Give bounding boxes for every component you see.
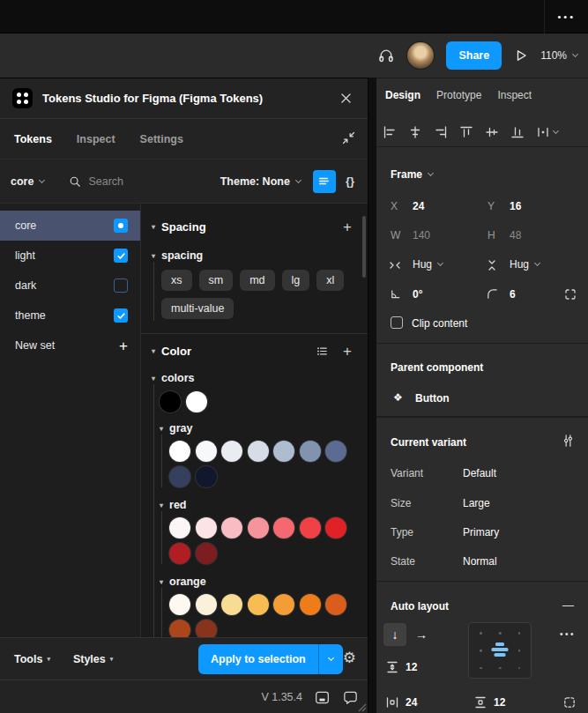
variant-prop-value-dropdown[interactable]: Primary bbox=[463, 526, 499, 538]
color-swatch-token[interactable] bbox=[169, 466, 190, 487]
scrollbar-thumb[interactable] bbox=[362, 216, 366, 278]
variant-prop-value-dropdown[interactable]: Large bbox=[463, 497, 490, 509]
token-chip[interactable]: lg bbox=[282, 270, 310, 291]
set-enabled-checkbox[interactable] bbox=[114, 249, 128, 263]
color-swatch-token[interactable] bbox=[169, 594, 190, 615]
color-swatch-token[interactable] bbox=[273, 517, 294, 538]
color-swatch-token[interactable] bbox=[273, 441, 294, 462]
layout-direction-right-button[interactable]: → bbox=[410, 623, 433, 646]
styles-menu-button[interactable]: Styles ▾ bbox=[73, 653, 113, 665]
set-disabled-checkbox[interactable] bbox=[114, 279, 128, 293]
layout-direction-down-button[interactable]: ↓ bbox=[383, 623, 406, 646]
apply-to-selection-button[interactable]: Apply to selection bbox=[198, 644, 318, 674]
color-swatch-token[interactable] bbox=[186, 391, 207, 412]
x-position-input[interactable]: 24 bbox=[413, 200, 424, 212]
color-swatch-token[interactable] bbox=[160, 391, 181, 412]
set-enabled-checkbox[interactable] bbox=[114, 308, 128, 323]
independent-corners-icon[interactable] bbox=[563, 287, 577, 301]
color-swatch-token[interactable] bbox=[221, 594, 242, 615]
align-bottom-icon[interactable] bbox=[510, 125, 525, 139]
gray-group-toggle[interactable]: ▾ gray bbox=[160, 422, 368, 434]
token-chip[interactable]: md bbox=[240, 270, 274, 291]
color-swatch-token[interactable] bbox=[300, 441, 321, 462]
tab-prototype[interactable]: Prototype bbox=[436, 89, 481, 101]
tab-inspect[interactable]: Inspect bbox=[497, 89, 532, 101]
color-section-toggle[interactable]: ▾ Color bbox=[152, 345, 316, 358]
token-chip[interactable]: sm bbox=[199, 270, 234, 291]
vertical-padding-input[interactable]: 12 bbox=[494, 696, 505, 709]
align-right-icon[interactable] bbox=[434, 125, 448, 139]
color-swatch-token[interactable] bbox=[325, 594, 346, 615]
close-icon[interactable] bbox=[336, 89, 355, 108]
red-group-toggle[interactable]: ▾ red bbox=[160, 499, 368, 511]
variant-prop-value-dropdown[interactable]: Default bbox=[463, 467, 496, 479]
orange-group-toggle[interactable]: ▾ orange bbox=[160, 576, 368, 588]
variant-sliders-icon[interactable] bbox=[562, 434, 575, 448]
resize-corner-handle[interactable] bbox=[358, 703, 367, 712]
color-swatch-token[interactable] bbox=[248, 441, 269, 462]
color-swatch-token[interactable] bbox=[325, 517, 346, 538]
spacing-section-toggle[interactable]: ▾ Spacing bbox=[152, 220, 343, 234]
feedback-comment-icon[interactable] bbox=[342, 689, 359, 706]
color-swatch-token[interactable] bbox=[169, 620, 190, 637]
color-swatch-token[interactable] bbox=[169, 517, 190, 538]
set-source-checkbox[interactable] bbox=[114, 219, 128, 233]
color-swatch-token[interactable] bbox=[221, 517, 242, 538]
color-swatch-token[interactable] bbox=[273, 594, 294, 615]
token-chip[interactable]: xl bbox=[316, 270, 344, 291]
user-avatar[interactable] bbox=[407, 42, 434, 69]
token-set-dropdown[interactable]: core bbox=[11, 175, 44, 188]
color-swatch-token[interactable] bbox=[196, 466, 217, 487]
color-swatch-token[interactable] bbox=[248, 517, 269, 538]
width-input[interactable]: 140 bbox=[413, 229, 430, 241]
token-set-dark[interactable]: dark bbox=[0, 271, 140, 301]
tab-tokens[interactable]: Tokens bbox=[14, 133, 52, 145]
rotation-input[interactable]: 0° bbox=[413, 288, 422, 301]
height-input[interactable]: 48 bbox=[510, 229, 521, 241]
color-swatch-token[interactable] bbox=[325, 441, 346, 462]
vertical-sizing-dropdown[interactable]: Hug bbox=[510, 258, 540, 271]
color-swatch-token[interactable] bbox=[169, 543, 190, 564]
frame-type-dropdown[interactable]: Frame bbox=[391, 168, 433, 181]
horizontal-sizing-dropdown[interactable]: Hug bbox=[413, 258, 443, 271]
color-swatch-token[interactable] bbox=[300, 517, 321, 538]
distribute-spacing-dropdown[interactable] bbox=[536, 125, 558, 139]
settings-gear-icon[interactable]: ⚙ bbox=[343, 650, 356, 665]
zoom-level-control[interactable]: 110% bbox=[540, 49, 577, 62]
tab-inspect[interactable]: Inspect bbox=[77, 133, 115, 145]
color-swatch-token[interactable] bbox=[196, 441, 217, 462]
spacing-group-toggle[interactable]: ▾ spacing bbox=[152, 249, 368, 262]
more-options-icon[interactable]: ••• bbox=[544, 0, 576, 33]
add-color-token-button[interactable]: + bbox=[343, 344, 352, 359]
list-view-toggle-button[interactable] bbox=[313, 170, 336, 193]
present-play-icon[interactable] bbox=[514, 48, 528, 63]
variant-prop-value-dropdown[interactable]: Normal bbox=[463, 555, 497, 568]
tab-settings[interactable]: Settings bbox=[140, 133, 183, 145]
colors-group-toggle[interactable]: ▾ colors bbox=[152, 372, 368, 384]
remove-auto-layout-icon[interactable]: — bbox=[562, 598, 574, 612]
share-button[interactable]: Share bbox=[446, 41, 502, 70]
collapse-resize-icon[interactable] bbox=[342, 131, 355, 145]
corner-radius-input[interactable]: 6 bbox=[510, 288, 516, 301]
clip-content-checkbox[interactable] bbox=[391, 316, 403, 329]
align-top-icon[interactable] bbox=[459, 125, 473, 139]
parent-component-name[interactable]: Button bbox=[415, 392, 450, 405]
token-chip[interactable]: xs bbox=[161, 270, 192, 291]
dock-panel-icon[interactable] bbox=[314, 689, 331, 706]
new-set-button[interactable]: New set + bbox=[0, 331, 140, 360]
search-input[interactable]: Search bbox=[69, 175, 220, 188]
token-chip[interactable]: multi-value bbox=[161, 298, 234, 319]
tab-design[interactable]: Design bbox=[385, 89, 421, 101]
align-horizontal-centers-icon[interactable] bbox=[408, 125, 422, 139]
alignment-position-grid[interactable] bbox=[468, 622, 532, 679]
theme-dropdown[interactable]: Theme: None bbox=[220, 175, 301, 188]
horizontal-padding-input[interactable]: 24 bbox=[406, 696, 417, 709]
token-set-light[interactable]: light bbox=[0, 241, 140, 271]
independent-padding-icon[interactable] bbox=[562, 695, 577, 709]
token-set-core[interactable]: core bbox=[0, 211, 140, 241]
color-swatch-token[interactable] bbox=[221, 441, 242, 462]
add-spacing-token-button[interactable]: + bbox=[343, 219, 352, 234]
token-set-theme[interactable]: theme bbox=[0, 301, 140, 331]
color-swatch-token[interactable] bbox=[248, 594, 269, 615]
color-swatch-token[interactable] bbox=[300, 594, 321, 615]
